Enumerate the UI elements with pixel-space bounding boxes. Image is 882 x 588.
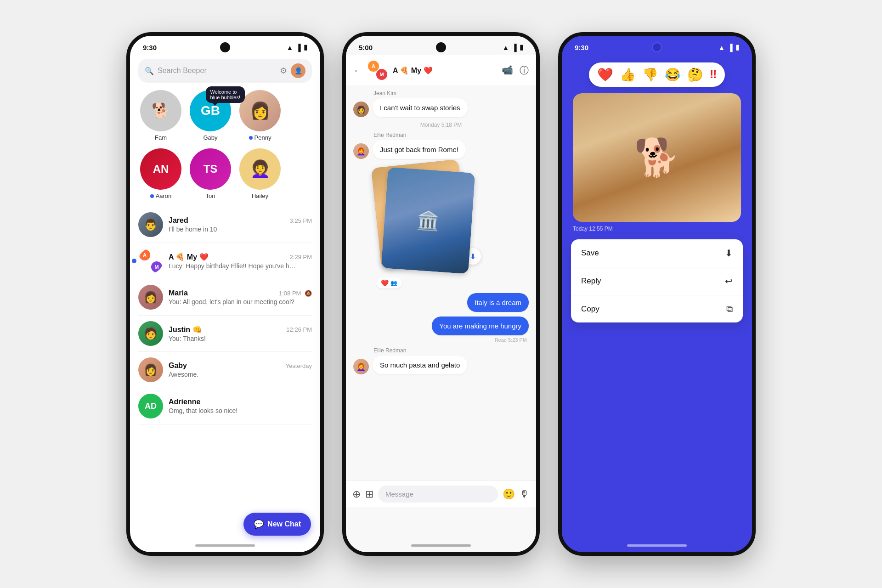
sender-label-jean: Jean Kim <box>373 90 529 96</box>
header-avatar-group: A M <box>367 60 388 81</box>
battery-icon-2: ▮ <box>520 43 523 51</box>
save-icon: ⬇ <box>725 248 733 259</box>
unread-indicator-penny <box>249 136 253 140</box>
react-thumbsdown[interactable]: 👎 <box>642 67 658 82</box>
story-item-gaby[interactable]: GB Gaby Welcome toblue bubbles! <box>190 90 231 141</box>
photo-stack: 🍹 🏛️ ⬇ <box>373 164 474 274</box>
reaction-heart: ❤️ <box>381 279 389 287</box>
chat-item-adrienne[interactable]: AD Adrienne Omg, that looks so nice! <box>138 388 312 424</box>
photo-icon[interactable]: ⊞ <box>365 488 373 500</box>
time-label: 9:30 <box>143 44 157 51</box>
add-icon[interactable]: ⊕ <box>352 488 361 500</box>
new-chat-button[interactable]: 💬 New Chat <box>243 513 311 536</box>
avatar-adrienne: AD <box>138 394 163 418</box>
chat-preview-group: Lucy: Happy birthday Ellie!! Hope you've… <box>169 262 297 270</box>
chat-preview-maria: You: All good, let's plan in our meeting… <box>169 298 297 305</box>
story-item-aaron[interactable]: AN Aaron <box>140 148 181 199</box>
status-icons: ▲ ▐ ▮ <box>287 43 308 51</box>
emoji-icon[interactable]: 🙂 <box>503 488 515 500</box>
chat-info-maria: Maria 1:08 PM 🔕 You: All good, let's pla… <box>169 289 312 305</box>
chat-item-maria[interactable]: 👩 Maria 1:08 PM 🔕 You: All good, let's p… <box>138 279 312 316</box>
react-exclaim[interactable]: ‼️ <box>710 67 717 82</box>
story-row-1: 🐕 Fam GB Gaby Welcome toblue bubbles! 👩 … <box>138 90 312 141</box>
chat-input-bar: ⊕ ⊞ Message 🙂 🎙 <box>346 481 536 507</box>
reply-icon: ↩ <box>725 276 733 287</box>
emoji-reaction-bar: ❤️ 👍 👎 😂 🤔 ‼️ <box>589 62 725 87</box>
chat-info-gaby: Gaby Yesterday Awesome. <box>169 362 312 378</box>
chat-item-jared[interactable]: 👨 Jared 3:25 PM I'll be home in 10 <box>138 207 312 243</box>
context-item-save[interactable]: Save ⬇ <box>571 239 743 267</box>
search-bar[interactable]: 🔍 Search Beeper ⚙ 👤 <box>138 59 312 83</box>
chat-preview-adrienne: Omg, that looks so nice! <box>169 407 297 414</box>
chat-preview-jared: I'll be home in 10 <box>169 226 297 233</box>
msg-row-ellie-2: 👩‍🦰 So much pasta and gelato <box>353 356 529 374</box>
chat-item-justin[interactable]: 🧑 Justin 👊 12:26 PM You: Thanks! <box>138 316 312 352</box>
react-thumbsup[interactable]: 👍 <box>620 67 636 82</box>
read-receipt: Read 5:23 PM <box>353 337 527 343</box>
chat-preview-gaby: Awesome. <box>169 371 297 378</box>
header-icons: 📹 ⓘ <box>502 64 529 77</box>
story-item-fam[interactable]: 🐕 Fam <box>140 90 181 141</box>
story-label-gaby: Gaby <box>203 134 217 141</box>
story-label-fam: Fam <box>155 134 167 141</box>
info-icon[interactable]: ⓘ <box>520 64 529 77</box>
reaction-users: 👥 <box>390 280 397 286</box>
react-heart[interactable]: ❤️ <box>597 67 613 82</box>
user-avatar[interactable]: 👤 <box>291 63 305 78</box>
mic-icon[interactable]: 🎙 <box>520 488 530 500</box>
bubble-ellie-1: Just got back from Rome! <box>373 140 466 159</box>
msg-avatar-jean: 👩 <box>353 102 369 117</box>
name-row-gaby: Gaby Yesterday <box>169 362 312 370</box>
story-item-penny[interactable]: 👩 Penny <box>239 90 281 141</box>
msg-avatar-ellie-2: 👩‍🦰 <box>353 359 369 374</box>
react-thinking[interactable]: 🤔 <box>687 67 703 82</box>
story-label-tori: Tori <box>206 192 215 199</box>
settings-icon[interactable]: ⚙ <box>280 66 287 76</box>
save-label: Save <box>581 249 599 258</box>
chat-item-gaby[interactable]: 👩 Gaby Yesterday Awesome. <box>138 352 312 388</box>
name-row-justin: Justin 👊 12:26 PM <box>169 325 312 334</box>
video-call-icon[interactable]: 📹 <box>502 64 513 77</box>
story-item-hailey[interactable]: 👩‍🦱 Hailey <box>239 148 281 199</box>
tori-initials: TS <box>190 148 231 190</box>
chat-info-group: A 🍕 My ❤️ 2:29 PM Lucy: Happy birthday E… <box>169 253 312 270</box>
timestamp-monday: Monday 5:18 PM <box>353 122 529 128</box>
story-avatar-fam: 🐕 <box>140 90 181 131</box>
avatar-justin: 🧑 <box>138 321 163 346</box>
chat-time-jared: 3:25 PM <box>290 217 312 224</box>
story-avatar-hailey: 👩‍🦱 <box>239 148 281 190</box>
msg-avatar-ellie: 👩‍🦰 <box>353 143 369 159</box>
story-avatar-aaron: AN <box>140 148 181 190</box>
avatar-group: A M <box>138 249 163 273</box>
copy-icon: ⧉ <box>726 304 733 314</box>
context-item-reply[interactable]: Reply ↩ <box>571 267 743 295</box>
sender-label-ellie-2: Ellie Redman <box>373 347 529 354</box>
back-button[interactable]: ← <box>353 65 362 76</box>
story-row-2: AN Aaron TS Tori 👩‍🦱 Hailey <box>138 148 312 199</box>
chat-item-group[interactable]: A M A 🍕 My ❤️ 2:29 PM Lucy: Happy birthd… <box>138 243 312 279</box>
msg-row-jean: 👩 I can't wait to swap stories <box>353 98 529 117</box>
battery-icon-3: ▮ <box>735 43 739 51</box>
story-label-aaron: Aaron <box>150 192 172 199</box>
aaron-initials: AN <box>140 148 181 190</box>
chat-info-justin: Justin 👊 12:26 PM You: Thanks! <box>169 325 312 342</box>
status-icons-2: ▲ ▐ ▮ <box>503 43 524 51</box>
message-input[interactable]: Message <box>378 486 498 503</box>
signal-icon: ▐ <box>296 44 301 51</box>
chat-list: 👨 Jared 3:25 PM I'll be home in 10 A M <box>138 207 312 424</box>
context-item-copy[interactable]: Copy ⧉ <box>571 295 743 322</box>
chat-time-justin: 12:26 PM <box>286 326 312 333</box>
home-bar-2 <box>411 544 471 547</box>
name-row-group: A 🍕 My ❤️ 2:29 PM <box>169 253 312 261</box>
status-icons-3: ▲ ▐ ▮ <box>718 43 740 51</box>
phone-chat-view: 5:00 ▲ ▐ ▮ ← A M A 🍕 My ❤️ 📹 ⓘ Jean Kim … <box>342 32 540 556</box>
messages-area[interactable]: Jean Kim 👩 I can't wait to swap stories … <box>346 85 536 481</box>
story-item-tori[interactable]: TS Tori <box>190 148 231 199</box>
wifi-icon: ▲ <box>287 44 294 51</box>
search-input[interactable]: Search Beeper <box>158 67 276 75</box>
wifi-icon-2: ▲ <box>503 44 509 51</box>
react-laugh[interactable]: 😂 <box>665 67 681 82</box>
chat-time-group: 2:29 PM <box>290 254 312 260</box>
camera-notch <box>220 42 230 52</box>
reply-label: Reply <box>581 277 601 286</box>
